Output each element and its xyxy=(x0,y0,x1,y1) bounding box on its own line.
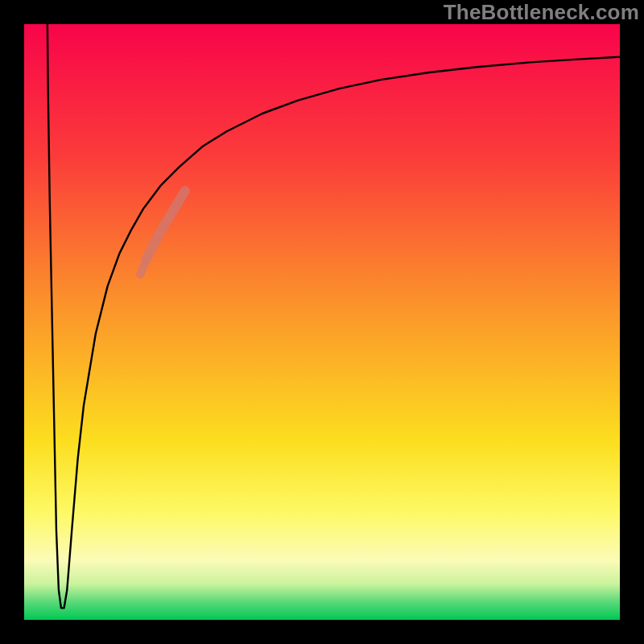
svg-rect-2 xyxy=(0,0,24,644)
svg-rect-3 xyxy=(620,0,644,644)
series-highlight-dot-lower xyxy=(140,262,145,275)
watermark-text: TheBottleneck.com xyxy=(444,0,639,25)
chart-container: TheBottleneck.com xyxy=(0,0,644,644)
gradient-plot-area xyxy=(24,24,620,620)
bottleneck-chart xyxy=(0,0,644,644)
svg-rect-1 xyxy=(0,620,644,644)
